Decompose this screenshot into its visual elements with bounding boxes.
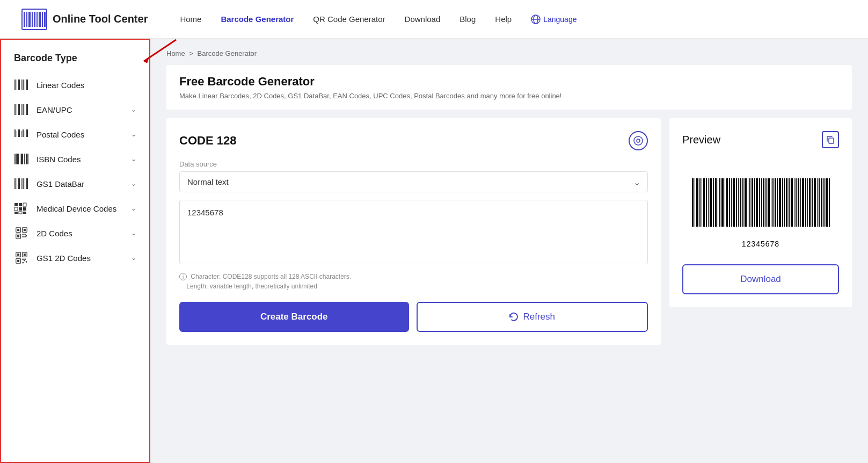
svg-rect-77	[23, 259, 24, 260]
barcode-image	[691, 172, 830, 236]
svg-rect-51	[14, 203, 18, 206]
sidebar-item-postal-codes[interactable]: Postal Codes ⌄	[1, 122, 149, 147]
svg-rect-1	[24, 12, 25, 27]
svg-rect-112	[752, 178, 753, 227]
sidebar-item-gs1-databar[interactable]: GS1 DataBar ⌄	[1, 171, 149, 196]
svg-rect-84	[829, 138, 834, 143]
svg-rect-97	[718, 178, 718, 227]
svg-rect-45	[17, 178, 17, 189]
svg-rect-55	[19, 207, 22, 211]
svg-rect-6	[37, 12, 38, 27]
chevron-down-icon: ⌄	[131, 131, 136, 138]
sidebar-item-label: 2D Codes	[37, 229, 123, 238]
chevron-down-icon: ⌄	[131, 155, 136, 163]
medical-device-codes-icon	[14, 202, 29, 214]
svg-rect-141	[819, 178, 820, 227]
svg-rect-16	[17, 79, 17, 90]
svg-rect-56	[23, 207, 26, 211]
create-barcode-button[interactable]: Create Barcode	[179, 302, 409, 332]
svg-rect-70	[26, 235, 27, 236]
svg-rect-54	[14, 207, 18, 211]
gs1-databar-icon	[14, 178, 29, 190]
2d-codes-icon	[14, 227, 29, 239]
sidebar-item-linear-codes[interactable]: Linear Codes	[1, 73, 149, 97]
svg-rect-111	[749, 178, 750, 227]
svg-rect-44	[14, 178, 16, 189]
svg-rect-61	[17, 229, 19, 231]
svg-rect-87	[695, 178, 695, 227]
chevron-down-icon: ⌄	[131, 180, 136, 187]
svg-rect-91	[703, 178, 705, 227]
sidebar-item-label: Linear Codes	[37, 81, 136, 90]
nav-home[interactable]: Home	[180, 15, 201, 24]
data-source-select[interactable]: Normal text	[179, 171, 648, 192]
refresh-button[interactable]: Refresh	[417, 302, 648, 332]
svg-rect-80	[26, 261, 27, 262]
svg-rect-138	[812, 178, 813, 227]
chevron-down-icon: ⌄	[131, 106, 136, 113]
page-title: Free Barcode Generator	[179, 75, 839, 89]
svg-rect-125	[782, 178, 783, 227]
svg-rect-128	[789, 178, 790, 227]
isbn-codes-icon	[14, 153, 29, 165]
download-button[interactable]: Download	[682, 264, 839, 294]
language-selector[interactable]: Language	[531, 15, 577, 24]
sidebar-item-2d-codes[interactable]: 2D Codes ⌄	[1, 221, 149, 245]
svg-rect-145	[829, 178, 830, 227]
svg-rect-95	[713, 178, 714, 227]
page-title-box: Free Barcode Generator Make Linear Barco…	[166, 65, 852, 110]
svg-rect-127	[786, 178, 787, 227]
nav-barcode-generator[interactable]: Barcode Generator	[221, 15, 294, 24]
svg-rect-121	[772, 178, 774, 227]
sidebar-title: Barcode Type	[1, 48, 149, 73]
chevron-down-icon: ⌄	[131, 229, 136, 237]
svg-rect-115	[759, 178, 760, 227]
svg-rect-88	[696, 178, 698, 227]
hint-line1: Character: CODE128 supports all 128 ASCI…	[191, 273, 351, 280]
hint-text: i Character: CODE128 supports all 128 AS…	[179, 272, 648, 291]
svg-rect-17	[18, 79, 20, 90]
nav-blog[interactable]: Blog	[459, 15, 476, 24]
barcode-input[interactable]: 12345678	[179, 200, 648, 264]
svg-rect-46	[18, 178, 20, 189]
sidebar-item-isbn-codes[interactable]: ISBN Codes ⌄	[1, 147, 149, 171]
svg-rect-47	[21, 178, 21, 189]
svg-rect-139	[814, 178, 816, 227]
gs1-2d-codes-icon	[14, 252, 29, 264]
svg-rect-29	[14, 129, 16, 137]
svg-rect-31	[18, 129, 20, 137]
copy-button[interactable]	[822, 131, 839, 148]
main-content: Home > Barcode Generator Free Barcode Ge…	[150, 39, 868, 463]
nav-qr-code-generator[interactable]: QR Code Generator	[313, 15, 385, 24]
svg-rect-66	[23, 234, 24, 235]
breadcrumb-separator: >	[189, 49, 193, 57]
refresh-icon	[509, 312, 519, 322]
svg-rect-19	[23, 79, 24, 90]
settings-button[interactable]	[629, 131, 648, 150]
svg-rect-67	[25, 234, 26, 235]
nav-download[interactable]: Download	[405, 15, 441, 24]
svg-rect-59	[23, 212, 26, 214]
svg-rect-40	[21, 154, 23, 164]
svg-rect-63	[24, 229, 26, 231]
svg-rect-76	[17, 260, 19, 262]
preview-header: Preview	[682, 131, 839, 148]
header: Online Tool Center Home Barcode Generato…	[0, 0, 868, 39]
sidebar-item-gs1-2d-codes[interactable]: GS1 2D Codes ⌄	[1, 245, 149, 270]
annotation-arrow	[133, 34, 181, 67]
svg-rect-126	[784, 178, 785, 227]
sidebar-item-medical-device-codes[interactable]: Medical Device Codes ⌄	[1, 196, 149, 221]
chevron-down-icon: ⌄	[131, 205, 136, 212]
svg-rect-114	[756, 178, 758, 227]
sidebar-item-ean-upc[interactable]: EAN/UPC ⌄	[1, 97, 149, 122]
svg-rect-104	[733, 178, 735, 227]
svg-rect-133	[800, 178, 801, 227]
svg-rect-79	[24, 260, 25, 261]
svg-rect-110	[748, 178, 748, 227]
svg-rect-43	[27, 154, 28, 164]
settings-icon	[633, 136, 643, 146]
svg-rect-26	[23, 104, 24, 115]
svg-rect-35	[26, 129, 28, 137]
svg-rect-116	[761, 178, 762, 227]
nav-help[interactable]: Help	[495, 15, 512, 24]
